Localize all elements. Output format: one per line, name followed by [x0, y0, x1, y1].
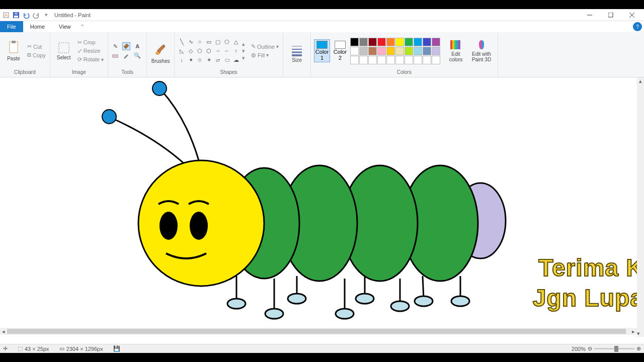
shapes-up-icon[interactable]: ▴ [242, 41, 246, 47]
tab-file[interactable]: File [0, 21, 23, 32]
crop-button[interactable]: ✂Crop [76, 39, 105, 46]
swatch[interactable] [350, 47, 359, 55]
custom-swatch[interactable] [359, 56, 368, 64]
brushes-button[interactable]: Brushes [150, 43, 171, 64]
zoom-slider[interactable] [594, 348, 634, 349]
swatch[interactable] [395, 38, 404, 46]
swatch[interactable] [377, 47, 386, 55]
tab-home[interactable]: Home [23, 21, 52, 32]
scroll-down-icon[interactable]: ▾ [637, 330, 640, 337]
eraser-tool[interactable] [111, 51, 119, 59]
zoom-out-button[interactable]: ⊖ [588, 345, 592, 352]
edit-paint3d-button[interactable]: Edit with Paint 3D [468, 39, 495, 62]
swatch[interactable] [377, 38, 386, 46]
swatch[interactable] [414, 47, 422, 55]
pencil-tool[interactable]: ✎ [111, 42, 119, 50]
custom-swatch[interactable] [386, 56, 395, 64]
edit-colors-button[interactable]: Edit colors [445, 39, 466, 62]
scroll-left-icon[interactable]: ◂ [0, 328, 7, 335]
star6-shape[interactable]: ✶ [205, 56, 213, 64]
paste-button[interactable]: Paste [3, 41, 24, 61]
swatch[interactable] [386, 38, 395, 46]
custom-swatch[interactable] [350, 56, 359, 64]
ribbon-collapse-icon[interactable]: ⌃ [78, 22, 87, 31]
custom-swatch[interactable] [377, 56, 386, 64]
custom-swatch[interactable] [423, 56, 431, 64]
swatch[interactable] [368, 38, 377, 46]
fill-button[interactable]: ◍Fill ▾ [250, 51, 280, 59]
canvas[interactable]: Terima K Jgn Lupa ▴ ▾ [0, 77, 644, 337]
arrow-l-shape[interactable]: ← [223, 47, 231, 55]
redo-icon[interactable] [32, 11, 40, 19]
swatch[interactable] [359, 47, 368, 55]
size-button[interactable]: Size [286, 44, 307, 63]
close-button[interactable] [622, 10, 642, 21]
horizontal-scrollbar[interactable]: ◂ ▸ [0, 328, 637, 335]
tab-view[interactable]: View [52, 21, 78, 32]
maximize-button[interactable] [601, 10, 621, 21]
custom-swatch[interactable] [368, 56, 377, 64]
zoom-in-button[interactable]: ⊕ [636, 345, 641, 352]
save-icon[interactable] [12, 11, 20, 19]
custom-swatch[interactable] [414, 56, 422, 64]
swatch[interactable] [414, 38, 422, 46]
curve-shape[interactable]: ∿ [187, 38, 195, 46]
star5-shape[interactable]: ☆ [196, 56, 204, 64]
custom-swatch[interactable] [405, 56, 413, 64]
callout-shape[interactable]: ▱ [214, 56, 222, 64]
swatch[interactable] [368, 47, 377, 55]
minimize-button[interactable] [580, 10, 600, 21]
rtriangle-shape[interactable]: ◺ [178, 47, 186, 55]
picker-tool[interactable] [122, 51, 130, 59]
star4-shape[interactable]: ✦ [187, 56, 195, 64]
undo-icon[interactable] [22, 11, 30, 19]
svg-point-46 [159, 212, 178, 240]
scroll-up-icon[interactable]: ▴ [637, 77, 644, 84]
hexagon-shape[interactable]: ⬡ [205, 47, 213, 55]
polygon-shape[interactable]: ⬠ [223, 38, 231, 46]
swatch[interactable] [423, 47, 431, 55]
arrow-u-shape[interactable]: ↑ [232, 47, 240, 55]
magnifier-tool[interactable]: 🔍 [133, 51, 141, 59]
copy-button[interactable]: ⧉Copy [26, 51, 47, 59]
vertical-scrollbar[interactable]: ▴ ▾ [637, 77, 644, 337]
outline-button[interactable]: ✎Outline ▾ [250, 43, 280, 50]
swatch[interactable] [405, 47, 413, 55]
color1-button[interactable]: Color 1 [314, 39, 330, 62]
triangle-shape[interactable]: △ [232, 38, 240, 46]
swatch[interactable] [432, 38, 440, 46]
resize-button[interactable]: ⤢Resize [76, 47, 105, 55]
watermark-text-1: Terima K [538, 254, 644, 282]
custom-swatch[interactable] [395, 56, 404, 64]
custom-swatch[interactable] [432, 56, 440, 64]
cut-button[interactable]: ✂Cut [26, 43, 47, 50]
rect-shape[interactable]: ▭ [205, 38, 213, 46]
swatch[interactable] [432, 47, 440, 55]
select-button[interactable]: Select [53, 42, 74, 60]
qat-customize-icon[interactable]: ▾ [42, 11, 50, 19]
swatch[interactable] [386, 47, 395, 55]
cloud-shape[interactable]: ☁ [232, 56, 240, 64]
color2-button[interactable]: Color 2 [332, 39, 348, 62]
rotate-button[interactable]: ⟳Rotate ▾ [76, 56, 105, 63]
line-shape[interactable]: ╲ [178, 38, 186, 46]
shapes-down-icon[interactable]: ▾ [242, 48, 246, 54]
swatch[interactable] [359, 38, 368, 46]
text-tool[interactable]: A [133, 42, 141, 50]
oval-shape[interactable]: ○ [196, 38, 204, 46]
pentagon-shape[interactable]: ⬠ [196, 47, 204, 55]
diamond-shape[interactable]: ◇ [187, 47, 195, 55]
swatch[interactable] [423, 38, 431, 46]
arrow-r-shape[interactable]: → [214, 47, 222, 55]
swatch[interactable] [350, 38, 359, 46]
scroll-right-icon[interactable]: ▸ [630, 328, 637, 335]
shapes-gallery[interactable]: ╲ ∿ ○ ▭ ▢ ⬠ △ ◺ ◇ ⬠ ⬡ → ← ↑ ↓ ✦ ☆ [178, 38, 240, 64]
shapes-more-icon[interactable]: ▾ [242, 55, 246, 61]
roundrect-shape[interactable]: ▢ [214, 38, 222, 46]
help-icon[interactable]: ? [633, 22, 642, 31]
swatch[interactable] [405, 38, 413, 46]
swatch[interactable] [395, 47, 404, 55]
callout2-shape[interactable]: ⬭ [223, 56, 231, 64]
fill-tool[interactable] [122, 42, 130, 50]
arrow-d-shape[interactable]: ↓ [178, 56, 186, 64]
